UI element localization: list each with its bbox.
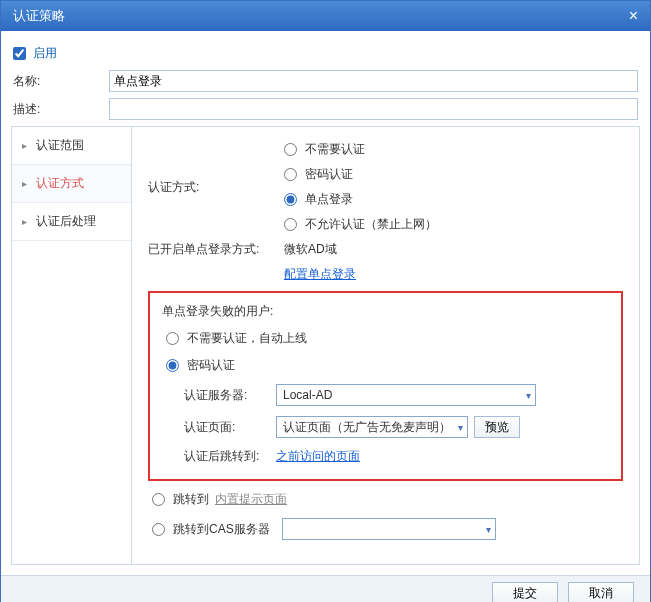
- chevron-down-icon: ▾: [486, 524, 491, 535]
- sidebar-item-label: 认证方式: [36, 175, 84, 192]
- auth-method-row: 认证方式: 不需要认证 密码认证 单点登录 不允许认证（禁止上网）: [148, 141, 623, 233]
- auth-server-row: 认证服务器: Local-AD ▾: [184, 384, 609, 406]
- desc-label: 描述:: [13, 101, 109, 118]
- fail-radio-password-label: 密码认证: [187, 357, 235, 374]
- radio-password-input[interactable]: [284, 168, 297, 181]
- fail-radio-none[interactable]: 不需要认证，自动上线: [166, 330, 609, 347]
- fail-radio-none-input[interactable]: [166, 332, 179, 345]
- desc-input[interactable]: [109, 98, 638, 120]
- name-label: 名称:: [13, 73, 109, 90]
- auth-server-label: 认证服务器:: [184, 387, 276, 404]
- auth-server-value: Local-AD: [283, 388, 332, 402]
- redirect-label: 认证后跳转到:: [184, 448, 276, 465]
- name-row: 名称:: [11, 70, 640, 92]
- auth-page-label: 认证页面:: [184, 419, 276, 436]
- sidebar-item-scope[interactable]: ▸ 认证范围: [12, 127, 131, 165]
- sidebar-item-post[interactable]: ▸ 认证后处理: [12, 203, 131, 241]
- radio-jump-to-label: 跳转到: [173, 491, 209, 508]
- radio-sso[interactable]: 单点登录: [284, 191, 437, 208]
- sidebar-item-label: 认证范围: [36, 137, 84, 154]
- dialog-title: 认证策略: [13, 7, 65, 25]
- auth-server-select[interactable]: Local-AD ▾: [276, 384, 536, 406]
- chevron-right-icon: ▸: [22, 216, 32, 227]
- radio-deny-label: 不允许认证（禁止上网）: [305, 216, 437, 233]
- radio-none[interactable]: 不需要认证: [284, 141, 437, 158]
- auth-page-select[interactable]: 认证页面（无广告无免麦声明） ▾: [276, 416, 468, 438]
- desc-row: 描述:: [11, 98, 640, 120]
- radio-password-label: 密码认证: [305, 166, 353, 183]
- dialog-footer: 提交 取消: [1, 575, 650, 602]
- preview-button[interactable]: 预览: [474, 416, 520, 438]
- close-icon[interactable]: ×: [625, 7, 642, 25]
- cancel-button[interactable]: 取消: [568, 582, 634, 603]
- chevron-right-icon: ▸: [22, 178, 32, 189]
- chevron-down-icon: ▾: [526, 390, 531, 401]
- config-sso-link[interactable]: 配置单点登录: [284, 266, 356, 283]
- radio-none-input[interactable]: [284, 143, 297, 156]
- chevron-down-icon: ▾: [458, 422, 463, 433]
- redirect-row: 认证后跳转到: 之前访问的页面: [184, 448, 609, 465]
- radio-jump-cas-label: 跳转到CAS服务器: [173, 521, 270, 538]
- fail-radio-password-input[interactable]: [166, 359, 179, 372]
- enabled-sso-value: 微软AD域: [284, 241, 337, 258]
- content-panel: 认证方式: 不需要认证 密码认证 单点登录 不允许认证（禁止上网） 已开启单点登…: [132, 127, 639, 564]
- auth-page-value: 认证页面（无广告无免麦声明）: [283, 419, 451, 436]
- cas-server-select[interactable]: ▾: [282, 518, 496, 540]
- enable-row: 启用: [11, 41, 640, 70]
- enable-checkbox[interactable]: [13, 47, 26, 60]
- radio-sso-input[interactable]: [284, 193, 297, 206]
- radio-none-label: 不需要认证: [305, 141, 365, 158]
- sidebar-item-label: 认证后处理: [36, 213, 96, 230]
- auth-method-label: 认证方式:: [148, 179, 284, 196]
- sso-fail-title: 单点登录失败的用户:: [162, 303, 609, 320]
- radio-deny-input[interactable]: [284, 218, 297, 231]
- radio-jump-cas-input[interactable]: [152, 523, 165, 536]
- jump-cas-row: 跳转到CAS服务器 ▾: [152, 518, 623, 540]
- name-input[interactable]: [109, 70, 638, 92]
- enabled-sso-label: 已开启单点登录方式:: [148, 241, 284, 258]
- auth-method-options: 不需要认证 密码认证 单点登录 不允许认证（禁止上网）: [284, 141, 437, 233]
- main-area: ▸ 认证范围 ▸ 认证方式 ▸ 认证后处理 认证方式: 不需要认证 密码: [11, 126, 640, 565]
- config-sso-row: 配置单点登录: [148, 266, 623, 283]
- fail-radio-none-label: 不需要认证，自动上线: [187, 330, 307, 347]
- radio-password[interactable]: 密码认证: [284, 166, 437, 183]
- enabled-sso-row: 已开启单点登录方式: 微软AD域: [148, 241, 623, 258]
- auth-page-row: 认证页面: 认证页面（无广告无免麦声明） ▾ 预览: [184, 416, 609, 438]
- jump-to-row: 跳转到 内置提示页面: [152, 491, 623, 508]
- radio-jump-cas[interactable]: 跳转到CAS服务器: [152, 521, 270, 538]
- radio-sso-label: 单点登录: [305, 191, 353, 208]
- sidebar: ▸ 认证范围 ▸ 认证方式 ▸ 认证后处理: [12, 127, 132, 564]
- redirect-link[interactable]: 之前访问的页面: [276, 448, 360, 465]
- titlebar: 认证策略 ×: [1, 1, 650, 31]
- auth-policy-dialog: 认证策略 × 启用 名称: 描述: ▸ 认证范围 ▸: [0, 0, 651, 602]
- enable-label: 启用: [33, 46, 57, 60]
- enable-checkbox-label[interactable]: 启用: [13, 46, 57, 60]
- sso-fail-box: 单点登录失败的用户: 不需要认证，自动上线 密码认证 认证服务器: Local-…: [148, 291, 623, 481]
- radio-jump-to[interactable]: 跳转到: [152, 491, 209, 508]
- radio-jump-to-input[interactable]: [152, 493, 165, 506]
- radio-deny[interactable]: 不允许认证（禁止上网）: [284, 216, 437, 233]
- fail-radio-password[interactable]: 密码认证: [166, 357, 609, 374]
- chevron-right-icon: ▸: [22, 140, 32, 151]
- submit-button[interactable]: 提交: [492, 582, 558, 603]
- sidebar-item-method[interactable]: ▸ 认证方式: [12, 165, 131, 203]
- builtin-page-link[interactable]: 内置提示页面: [215, 491, 287, 508]
- dialog-body: 启用 名称: 描述: ▸ 认证范围 ▸ 认证方式 ▸: [1, 31, 650, 575]
